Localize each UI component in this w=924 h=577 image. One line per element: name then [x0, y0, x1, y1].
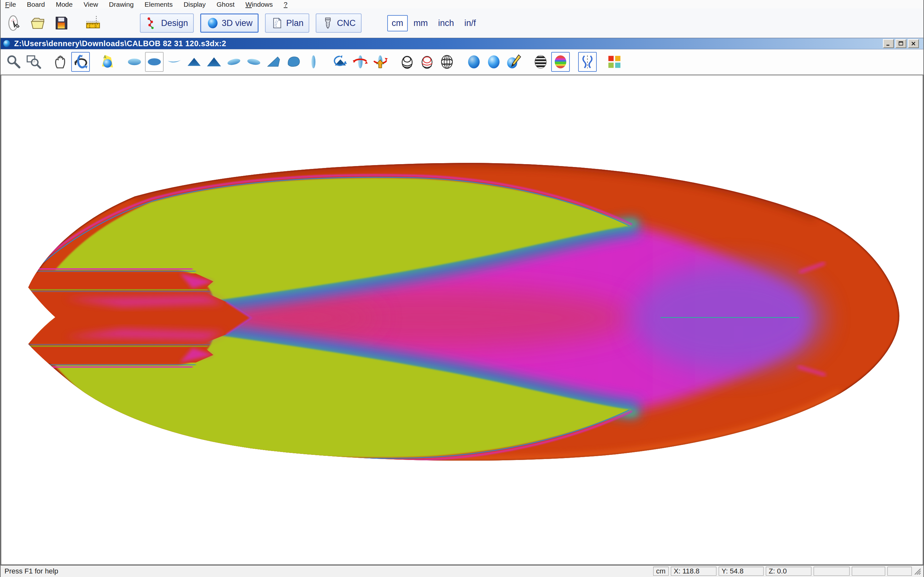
status-empty-box [852, 567, 885, 576]
open-file-icon[interactable] [28, 13, 48, 33]
close-button[interactable] [908, 39, 919, 48]
rotate-3d-icon[interactable] [71, 52, 90, 72]
unit-selector: cm mm inch in/f [387, 15, 481, 31]
zoom-icon[interactable] [5, 52, 23, 72]
menu-elements[interactable]: Elements [145, 1, 173, 8]
status-bar: Press F1 for help cm X: 118.8 Y: 54.8 Z:… [1, 566, 923, 577]
status-help-text: Press F1 for help [3, 567, 651, 575]
measurements-icon[interactable]: 1 0 [83, 13, 103, 33]
unit-inf[interactable]: in/f [460, 15, 480, 31]
document-title: Z:\Users\dennery\Downloads\CALBOB 82 31 … [14, 39, 883, 48]
mdi-title-bar[interactable]: Z:\Users\dennery\Downloads\CALBOB 82 31 … [1, 38, 923, 49]
status-empty-box [887, 567, 912, 576]
resize-grip[interactable] [913, 567, 921, 575]
surfboard-curvature-render [1, 75, 923, 564]
view-three-quarter-nose-icon[interactable] [284, 52, 303, 72]
new-board-icon[interactable] [5, 13, 25, 33]
menu-mode[interactable]: Mode [56, 1, 73, 8]
unit-mm[interactable]: mm [409, 15, 433, 31]
threed-view-mode-button[interactable]: 3D view [200, 13, 258, 33]
view-deck-icon[interactable] [125, 52, 144, 72]
app-window: File Board Mode View Drawing Elements Di… [0, 0, 924, 577]
render-painted-icon[interactable] [504, 52, 523, 72]
threed-view-label: 3D view [222, 18, 252, 28]
maximize-button[interactable] [895, 39, 906, 48]
svg-text:0: 0 [95, 25, 97, 28]
view-bottom-icon[interactable] [145, 52, 164, 72]
minimize-button[interactable] [883, 39, 894, 48]
viewport-3d[interactable] [1, 75, 923, 566]
svg-text:1: 1 [89, 25, 91, 28]
wireframe-slices-icon[interactable] [418, 52, 436, 72]
zoom-window-icon[interactable] [24, 52, 43, 72]
status-x-coordinate: X: 118.8 [671, 567, 716, 576]
render-zebra-stripes-icon[interactable] [531, 52, 550, 72]
plan-label: Plan [286, 18, 304, 28]
menu-ghost[interactable]: Ghost [216, 1, 234, 8]
document-sphere-icon [3, 39, 11, 48]
design-mode-button[interactable]: Design [140, 13, 194, 33]
view-side-icon[interactable] [304, 52, 323, 72]
pan-hand-icon[interactable] [51, 52, 70, 72]
menu-bar: File Board Mode View Drawing Elements Di… [1, 0, 923, 8]
status-z-coordinate: Z: 0.0 [766, 567, 811, 576]
status-unit: cm [653, 567, 669, 576]
status-y-coordinate: Y: 54.8 [719, 567, 764, 576]
view-perspective-bottom-icon[interactable] [244, 52, 263, 72]
wireframe-mesh-icon[interactable] [438, 52, 456, 72]
flow-lines-icon[interactable] [578, 52, 597, 72]
menu-board[interactable]: Board [27, 1, 45, 8]
menu-windows[interactable]: Windows [246, 1, 273, 8]
save-file-icon[interactable] [51, 13, 71, 33]
view-perspective-deck-icon[interactable] [225, 52, 243, 72]
menu-display[interactable]: Display [184, 1, 206, 8]
window-controls [883, 39, 919, 48]
view-toolbar: A [1, 49, 923, 75]
view-nose-icon[interactable] [205, 52, 223, 72]
render-shaded-icon[interactable] [465, 52, 483, 72]
menu-drawing[interactable]: Drawing [109, 1, 134, 8]
svg-text:A: A [103, 55, 107, 59]
render-light-icon[interactable]: A [98, 52, 117, 72]
status-empty-box [814, 567, 850, 576]
menu-help[interactable]: ? [284, 1, 288, 8]
view-rocker-icon[interactable] [165, 52, 184, 72]
quad-view-colors-icon[interactable] [605, 52, 624, 72]
view-tail-icon[interactable] [185, 52, 204, 72]
main-toolbar: 1 0 Design 3D view Plan [1, 8, 923, 38]
unit-inch[interactable]: inch [434, 15, 459, 31]
menu-view[interactable]: View [83, 1, 98, 8]
design-label: Design [161, 18, 188, 28]
cnc-mode-button[interactable]: CNC [316, 13, 362, 33]
spin-vertical-icon[interactable] [371, 52, 389, 72]
render-smooth-icon[interactable] [485, 52, 503, 72]
cnc-label: CNC [337, 18, 356, 28]
menu-file[interactable]: File [5, 1, 16, 8]
rotate-tail-view-icon[interactable] [331, 52, 350, 72]
plan-mode-button[interactable]: Plan [265, 13, 309, 33]
unit-cm[interactable]: cm [387, 15, 408, 31]
wireframe-icon[interactable] [398, 52, 417, 72]
view-three-quarter-tail-icon[interactable] [264, 52, 283, 72]
spin-horizontal-icon[interactable] [351, 52, 370, 72]
render-curvature-map-icon[interactable] [551, 52, 570, 72]
